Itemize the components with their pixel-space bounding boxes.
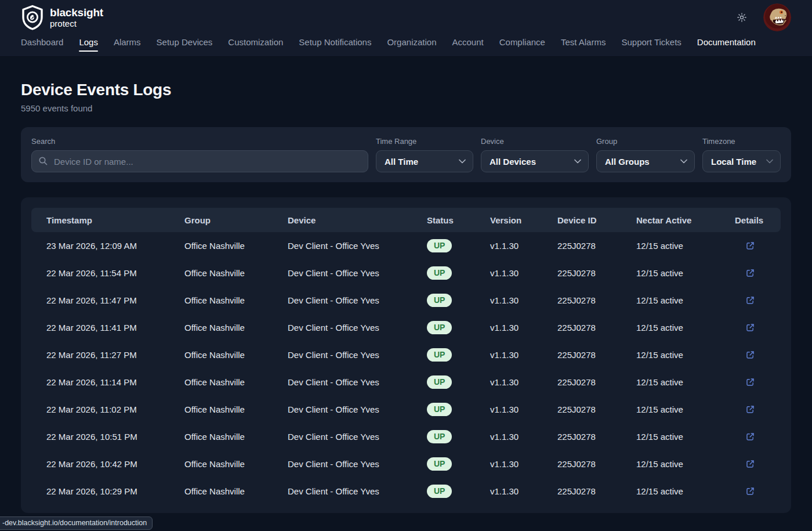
- table-row: 22 Mar 2026, 10:51 PM Office Nashville D…: [31, 423, 781, 450]
- brand-logo[interactable]: blacksight protect: [21, 5, 103, 30]
- external-link-icon: [745, 350, 755, 360]
- nav-item[interactable]: Compliance: [499, 37, 545, 56]
- cell-version: v1.1.30: [475, 459, 542, 469]
- cell-version: v1.1.30: [475, 323, 542, 333]
- cell-device-id: 225J0278: [542, 295, 621, 305]
- cell-version: v1.1.30: [475, 241, 542, 251]
- cell-device-id: 225J0278: [542, 323, 621, 333]
- external-link-icon: [745, 377, 755, 387]
- cell-timestamp: 22 Mar 2026, 10:29 PM: [31, 486, 169, 496]
- cell-device: Dev Client - Office Yves: [273, 241, 412, 251]
- cell-device-id: 225J0278: [542, 241, 621, 251]
- table-header-cell: Device ID: [542, 215, 621, 225]
- cell-device-id: 225J0278: [542, 432, 621, 442]
- details-link[interactable]: [744, 403, 756, 416]
- time-range-select[interactable]: All Time: [376, 150, 473, 172]
- time-range-value: All Time: [385, 157, 418, 167]
- status-badge: UP: [427, 294, 452, 307]
- cell-device: Dev Client - Office Yves: [273, 459, 412, 469]
- cell-nectar-active: 12/15 active: [621, 268, 720, 278]
- nav-item[interactable]: Alarms: [114, 37, 141, 56]
- cell-status: UP: [412, 266, 475, 280]
- events-count: 5950 events found: [21, 103, 791, 113]
- cell-status: UP: [412, 403, 475, 416]
- group-value: All Groups: [605, 157, 650, 167]
- timezone-select[interactable]: Local Time: [702, 150, 781, 172]
- nav-item[interactable]: Setup Notifications: [299, 37, 371, 56]
- status-badge: UP: [427, 485, 452, 498]
- shield-logo-icon: [21, 5, 44, 30]
- details-link[interactable]: [744, 322, 756, 334]
- cell-details: [720, 431, 781, 443]
- details-link[interactable]: [744, 267, 756, 279]
- cell-group: Office Nashville: [169, 295, 273, 305]
- main-content: Device Events Logs 5950 events found Sea…: [0, 81, 812, 513]
- cell-timestamp: 22 Mar 2026, 10:42 PM: [31, 459, 169, 469]
- nav-item[interactable]: Logs: [79, 37, 98, 56]
- time-range-label: Time Range: [376, 137, 473, 146]
- cell-status: UP: [412, 294, 475, 307]
- cell-device: Dev Client - Office Yves: [273, 486, 412, 496]
- cell-timestamp: 23 Mar 2026, 12:09 AM: [31, 241, 169, 251]
- group-select[interactable]: All Groups: [596, 150, 695, 172]
- details-link[interactable]: [744, 376, 756, 388]
- cell-status: UP: [412, 239, 475, 252]
- nav-item[interactable]: Account: [452, 37, 484, 56]
- cell-version: v1.1.30: [475, 295, 542, 305]
- table-header-cell: Status: [412, 215, 475, 225]
- cell-device: Dev Client - Office Yves: [273, 350, 412, 360]
- cell-timestamp: 22 Mar 2026, 11:54 PM: [31, 268, 169, 278]
- nav-item[interactable]: Setup Devices: [157, 37, 213, 56]
- cell-group: Office Nashville: [169, 350, 273, 360]
- external-link-icon: [745, 295, 755, 305]
- details-link[interactable]: [744, 240, 756, 252]
- table-row: 22 Mar 2026, 11:41 PM Office Nashville D…: [31, 314, 781, 341]
- cell-status: UP: [412, 457, 475, 471]
- table-header-cell: Device: [273, 215, 412, 225]
- details-link[interactable]: [744, 485, 756, 497]
- cell-group: Office Nashville: [169, 241, 273, 251]
- cell-details: [720, 322, 781, 334]
- cell-timestamp: 22 Mar 2026, 11:41 PM: [31, 323, 169, 333]
- nav-item[interactable]: Dashboard: [21, 37, 63, 56]
- nav-item[interactable]: Support Tickets: [621, 37, 681, 56]
- cell-nectar-active: 12/15 active: [621, 350, 720, 360]
- cell-status: UP: [412, 321, 475, 334]
- cell-device: Dev Client - Office Yves: [273, 268, 412, 278]
- cell-group: Office Nashville: [169, 404, 273, 414]
- details-link[interactable]: [744, 294, 756, 306]
- nav-item[interactable]: Test Alarms: [561, 37, 606, 56]
- details-link[interactable]: [744, 458, 756, 470]
- cell-details: [720, 294, 781, 307]
- theme-toggle-button[interactable]: [734, 10, 749, 25]
- chevron-down-icon: [459, 159, 466, 164]
- nav-item[interactable]: Organization: [387, 37, 436, 56]
- cell-group: Office Nashville: [169, 459, 273, 469]
- brand-name: blacksight: [50, 7, 103, 19]
- cell-device: Dev Client - Office Yves: [273, 404, 412, 414]
- details-link[interactable]: [744, 431, 756, 443]
- external-link-icon: [745, 486, 755, 496]
- cell-device: Dev Client - Office Yves: [273, 432, 412, 442]
- cell-version: v1.1.30: [475, 350, 542, 360]
- nav-item[interactable]: Customization: [228, 37, 283, 56]
- device-select[interactable]: All Devices: [481, 150, 589, 172]
- table-header-row: Timestamp Group Device Status Version De…: [31, 208, 781, 232]
- table-row: 22 Mar 2026, 11:27 PM Office Nashville D…: [31, 341, 781, 369]
- cell-group: Office Nashville: [169, 377, 273, 387]
- table-header-cell: Timestamp: [31, 215, 169, 225]
- details-link[interactable]: [744, 349, 756, 361]
- status-url-tooltip: -dev.blacksight.io/documentation/introdu…: [0, 516, 153, 530]
- events-table: Timestamp Group Device Status Version De…: [21, 197, 791, 513]
- cell-timestamp: 22 Mar 2026, 11:47 PM: [31, 295, 169, 305]
- cell-timestamp: 22 Mar 2026, 10:51 PM: [31, 432, 169, 442]
- status-badge: UP: [427, 266, 452, 280]
- cell-nectar-active: 12/15 active: [621, 377, 720, 387]
- search-input[interactable]: [31, 150, 368, 172]
- nav-item[interactable]: Documentation: [697, 37, 756, 56]
- status-badge: UP: [427, 239, 452, 252]
- user-avatar[interactable]: [763, 3, 791, 31]
- device-value: All Devices: [490, 157, 536, 167]
- timezone-label: Timezone: [702, 137, 781, 146]
- search-icon: [38, 156, 48, 166]
